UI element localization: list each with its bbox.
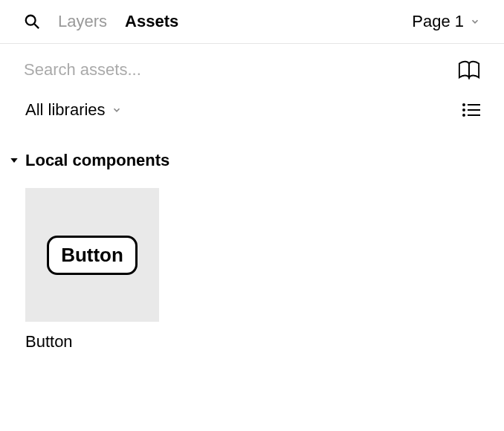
svg-line-1: [34, 24, 39, 28]
svg-point-2: [463, 104, 465, 106]
component-preview: Button: [25, 188, 159, 322]
panel-tabs: Layers Assets: [58, 12, 178, 31]
search-row: [0, 44, 504, 87]
search-icon[interactable]: [24, 13, 40, 30]
svg-marker-8: [10, 158, 17, 163]
caret-down-icon: [9, 151, 19, 170]
page-selector-label: Page 1: [412, 12, 464, 31]
tab-layers[interactable]: Layers: [58, 12, 107, 31]
library-filter-label: All libraries: [25, 100, 106, 120]
component-name: Button: [25, 332, 159, 351]
section-title: Local components: [25, 151, 169, 170]
header-left: Layers Assets: [24, 12, 178, 31]
filter-row: All libraries: [0, 87, 504, 127]
library-icon[interactable]: [458, 60, 480, 80]
component-card[interactable]: Button Button: [25, 188, 159, 351]
component-grid: Button Button: [0, 170, 504, 369]
library-filter[interactable]: All libraries: [25, 100, 122, 120]
section-local-components[interactable]: Local components: [0, 127, 504, 170]
svg-point-4: [463, 109, 465, 111]
svg-point-0: [26, 16, 36, 25]
svg-point-6: [463, 114, 465, 116]
search-input[interactable]: [24, 60, 321, 80]
page-selector[interactable]: Page 1: [412, 12, 480, 31]
chevron-down-icon: [470, 12, 480, 31]
chevron-down-icon: [112, 100, 122, 120]
panel-header: Layers Assets Page 1: [0, 0, 504, 44]
list-view-icon[interactable]: [462, 103, 480, 117]
tab-assets[interactable]: Assets: [125, 12, 178, 31]
component-preview-element: Button: [47, 236, 138, 275]
